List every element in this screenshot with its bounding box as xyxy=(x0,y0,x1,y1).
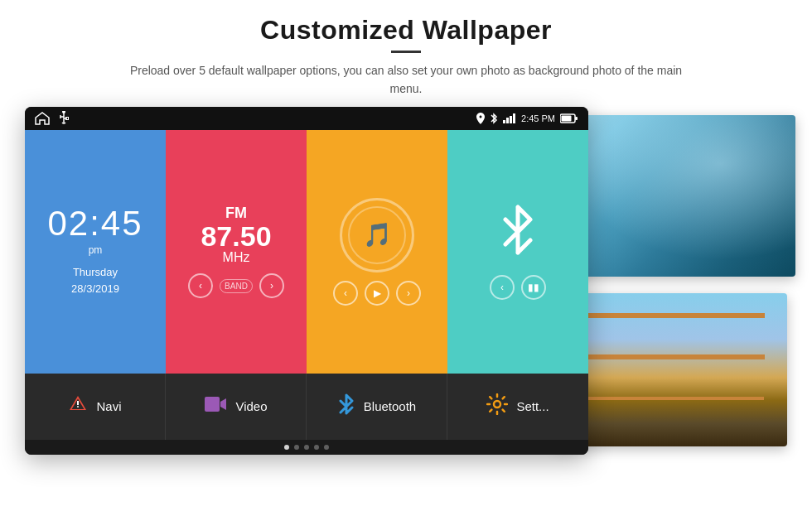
page-description: Preload over 5 default wallpaper options… xyxy=(124,61,688,99)
wallpaper-photo-bottom xyxy=(555,293,787,446)
battery-icon xyxy=(560,113,578,123)
clock-tile[interactable]: 02:45 pm Thursday 28/3/2019 xyxy=(25,130,166,374)
bluetooth-controls: ‹ ▮▮ xyxy=(490,275,546,300)
navi-label: Navi xyxy=(96,399,121,413)
app-area: 02:45 pm Thursday 28/3/2019 FM 87.50 MHz… xyxy=(25,130,588,455)
page-title: Customized Wallpaper xyxy=(50,15,762,46)
status-bar: 2:45 PM xyxy=(25,107,588,130)
dot-2[interactable] xyxy=(294,445,299,450)
fm-prev-button[interactable]: ‹ xyxy=(188,273,213,298)
svg-rect-12 xyxy=(575,117,578,120)
video-label: Video xyxy=(235,399,267,413)
bluetooth-menu-label: Bluetooth xyxy=(364,399,416,413)
golden-gate-image xyxy=(555,293,787,446)
bluetooth-status-icon xyxy=(490,113,498,124)
top-tiles: 02:45 pm Thursday 28/3/2019 FM 87.50 MHz… xyxy=(25,130,588,374)
page-header: Customized Wallpaper Preload over 5 defa… xyxy=(0,0,812,107)
signal-icon xyxy=(503,113,516,123)
svg-rect-6 xyxy=(503,120,505,123)
clock-ampm: pm xyxy=(89,244,103,256)
fm-label: FM xyxy=(225,205,247,222)
fm-next-button[interactable]: › xyxy=(259,273,284,298)
page-dots xyxy=(25,440,588,455)
bluetooth-tile[interactable]: ‹ ▮▮ xyxy=(447,130,588,374)
bluetooth-large-icon xyxy=(495,203,541,267)
bt-prev-button[interactable]: ‹ xyxy=(490,275,515,300)
svg-rect-8 xyxy=(510,116,512,123)
status-time: 2:45 PM xyxy=(521,113,555,123)
settings-button[interactable]: Sett... xyxy=(447,374,588,440)
title-divider xyxy=(391,51,421,53)
location-icon xyxy=(476,113,485,124)
svg-point-15 xyxy=(494,401,500,407)
settings-icon xyxy=(486,393,508,420)
navi-icon xyxy=(68,394,88,419)
fm-band-button[interactable]: BAND xyxy=(220,279,253,293)
bluetooth-menu-button[interactable]: Bluetooth xyxy=(307,374,447,440)
bottom-menu: Navi Video xyxy=(25,374,588,440)
settings-label: Sett... xyxy=(516,399,549,413)
status-bar-right: 2:45 PM xyxy=(476,113,578,124)
device-frame: 2:45 PM 02:45 pm Thursday 28 xyxy=(25,107,588,455)
dot-1[interactable] xyxy=(284,445,289,450)
svg-rect-9 xyxy=(513,113,515,123)
svg-point-1 xyxy=(62,111,65,113)
video-button[interactable]: Video xyxy=(166,374,307,440)
fm-frequency: 87.50 xyxy=(201,222,271,250)
svg-rect-11 xyxy=(562,115,572,121)
fm-tile[interactable]: FM 87.50 MHz ‹ BAND › xyxy=(166,130,307,374)
music-play-button[interactable]: ▶ xyxy=(365,281,389,306)
dot-4[interactable] xyxy=(314,445,319,450)
music-prev-button[interactable]: ‹ xyxy=(333,281,358,306)
usb-icon xyxy=(58,111,70,126)
bluetooth-menu-icon xyxy=(337,393,355,420)
main-content: 2:45 PM 02:45 pm Thursday 28 xyxy=(0,107,812,516)
svg-point-13 xyxy=(77,406,79,407)
clock-date: Thursday 28/3/2019 xyxy=(71,264,119,297)
home-icon xyxy=(35,112,50,125)
bt-next-button[interactable]: ▮▮ xyxy=(521,275,546,300)
svg-rect-7 xyxy=(506,118,509,123)
navi-button[interactable]: Navi xyxy=(25,374,166,440)
status-bar-left xyxy=(35,111,70,126)
dot-5[interactable] xyxy=(324,445,329,450)
clock-time: 02:45 xyxy=(47,206,143,241)
fm-unit: MHz xyxy=(223,250,250,265)
video-icon xyxy=(204,395,227,418)
music-tile[interactable]: 🎵 ‹ ▶ › xyxy=(307,130,447,374)
music-controls: ‹ ▶ › xyxy=(333,281,421,306)
svg-rect-14 xyxy=(205,397,220,412)
music-next-button[interactable]: › xyxy=(396,281,421,306)
music-note-icon: 🎵 xyxy=(348,206,406,264)
music-circle: 🎵 xyxy=(340,198,414,272)
dot-3[interactable] xyxy=(304,445,309,450)
fm-controls: ‹ BAND › xyxy=(188,273,284,298)
